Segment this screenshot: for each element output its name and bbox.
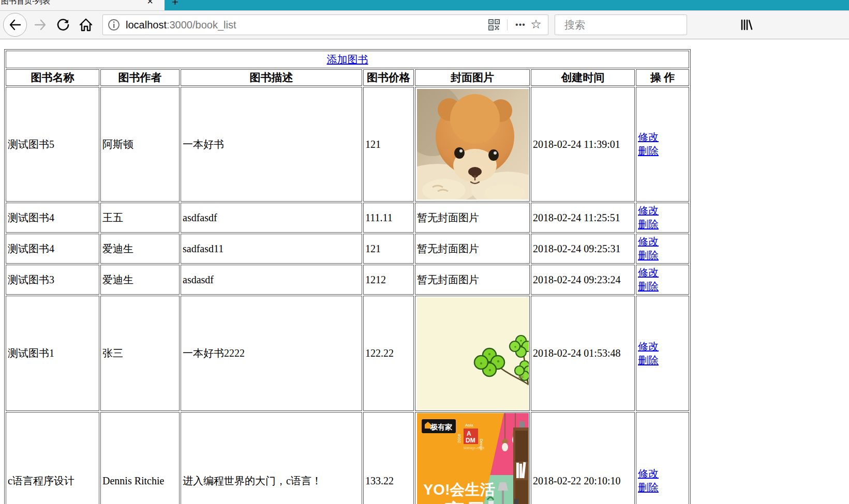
ad-brand-label: 极有家 xyxy=(430,423,453,431)
column-header: 图书描述 xyxy=(181,69,362,86)
created-time-cell: 2018-02-24 11:25:51 xyxy=(531,203,635,233)
book-desc-cell: 一本好书 xyxy=(181,87,362,202)
tab-strip: 图书首页-列表 × + xyxy=(0,0,849,10)
edit-link[interactable]: 修改 xyxy=(638,267,659,278)
edit-link[interactable]: 修改 xyxy=(638,468,659,479)
url-bar[interactable]: localhost:3000/book_list ••• xyxy=(102,14,548,35)
delete-link[interactable]: 删除 xyxy=(638,482,659,493)
table-row: c语言程序设计 Dennis Ritchie 进入编程世界的大门，c语言！ 13… xyxy=(6,412,689,504)
site-info-icon[interactable] xyxy=(107,18,121,32)
shelf-illustration xyxy=(513,421,529,504)
edit-link[interactable]: 修改 xyxy=(638,131,659,143)
no-cover-text: 暂无封面图片 xyxy=(417,243,479,254)
actions-cell: 修改删除 xyxy=(636,203,689,233)
search-box[interactable] xyxy=(555,14,687,35)
add-book-link[interactable]: 添加图书 xyxy=(327,54,368,65)
delete-link[interactable]: 删除 xyxy=(638,145,659,157)
back-arrow-icon xyxy=(8,18,22,32)
column-header: 创建时间 xyxy=(531,69,635,86)
table-row: 测试图书3 爱迪生 asdasdf 1212 暂无封面图片 2018-02-24… xyxy=(6,265,689,295)
actions-cell: 修改删除 xyxy=(636,265,689,295)
book-name-cell: 测试图书1 xyxy=(6,296,99,411)
cover-cell: 极有家 Asia 2016 A DM Design Manage-ment YO… xyxy=(415,412,530,504)
cover-cell: 暂无封面图片 xyxy=(415,265,530,295)
actions-cell: 修改删除 xyxy=(636,412,689,504)
forward-arrow-icon xyxy=(34,18,47,32)
book-price-cell: 1212 xyxy=(363,265,414,295)
browser-toolbar: localhost:3000/book_list ••• xyxy=(0,10,849,39)
cover-cell: 暂无封面图片 xyxy=(415,203,530,233)
clover-watermark: FF xyxy=(518,375,524,380)
created-time-cell: 2018-02-24 09:25:31 xyxy=(531,234,635,264)
qr-extension-button[interactable] xyxy=(486,17,502,33)
add-book-row: 添加图书 xyxy=(6,51,689,68)
book-price-cell: 133.22 xyxy=(363,412,414,504)
ad-headline-line1: YO!会生活 xyxy=(423,481,495,498)
column-header: 图书作者 xyxy=(100,69,180,86)
column-header: 封面图片 xyxy=(415,69,530,86)
created-time-cell: 2018-02-24 11:39:01 xyxy=(531,87,635,202)
book-author-cell: 阿斯顿 xyxy=(100,87,180,202)
page-actions-button[interactable]: ••• xyxy=(513,17,528,33)
edit-link[interactable]: 修改 xyxy=(638,341,659,352)
delete-link[interactable]: 删除 xyxy=(638,250,659,261)
book-author-cell: 王五 xyxy=(100,203,180,233)
delete-link[interactable]: 删除 xyxy=(638,219,659,230)
forward-button[interactable] xyxy=(31,16,50,34)
table-row: 测试图书4 王五 asdfasdf 111.11 暂无封面图片 2018-02-… xyxy=(6,203,689,233)
reload-button[interactable] xyxy=(54,16,72,34)
browser-tab[interactable]: 图书首页-列表 × xyxy=(0,0,155,10)
delete-link[interactable]: 删除 xyxy=(638,281,659,292)
book-name-cell: 测试图书4 xyxy=(6,234,99,264)
no-cover-text: 暂无封面图片 xyxy=(417,212,479,223)
book-price-cell: 122.22 xyxy=(363,296,414,411)
qr-code-icon xyxy=(488,19,500,30)
book-desc-cell: asdasdf xyxy=(181,265,362,295)
back-button[interactable] xyxy=(3,13,27,37)
cover-cell: 暂无封面图片 xyxy=(415,234,530,264)
page-content: 添加图书 图书名称图书作者图书描述图书价格封面图片创建时间操 作 测试图书5 阿… xyxy=(0,49,849,504)
book-desc-cell: sadfasd11 xyxy=(181,234,362,264)
delete-link[interactable]: 删除 xyxy=(638,355,659,366)
url-text: localhost:3000/book_list xyxy=(126,19,486,31)
ad-mgmt-label: Manage-ment xyxy=(464,446,484,450)
actions-cell: 修改删除 xyxy=(636,296,689,411)
column-header: 操 作 xyxy=(636,69,689,86)
table-header-row: 图书名称图书作者图书描述图书价格封面图片创建时间操 作 xyxy=(6,69,689,86)
edit-link[interactable]: 修改 xyxy=(638,236,659,247)
book-name-cell: c语言程序设计 xyxy=(6,412,99,504)
new-tab-button[interactable]: + xyxy=(172,0,178,6)
star-icon: ☆ xyxy=(530,17,542,32)
url-host: localhost xyxy=(126,19,167,30)
column-header: 图书价格 xyxy=(363,69,414,86)
book-desc-cell: 进入编程世界的大门，c语言！ xyxy=(181,412,362,504)
library-button[interactable] xyxy=(737,16,755,34)
home-icon xyxy=(79,18,93,32)
edit-link[interactable]: 修改 xyxy=(638,205,659,216)
bookmark-button[interactable]: ☆ xyxy=(528,17,544,33)
ad-adm-a: A xyxy=(467,430,471,437)
ad-asia-label: Asia xyxy=(465,423,473,427)
no-cover-text: 暂无封面图片 xyxy=(417,274,479,285)
home-button[interactable] xyxy=(77,16,95,34)
titlebar-accent: + xyxy=(165,0,849,10)
created-time-cell: 2018-02-24 01:53:48 xyxy=(531,296,635,411)
table-row: 测试图书5 阿斯顿 一本好书 121 20 xyxy=(6,87,689,202)
table-row: 测试图书4 爱迪生 sadfasd11 121 暂无封面图片 2018-02-2… xyxy=(6,234,689,264)
library-icon xyxy=(739,18,753,32)
urlbar-separator xyxy=(507,19,508,30)
ellipsis-icon: ••• xyxy=(515,20,526,29)
table-row: 测试图书1 张三 一本好书2222 122.22 FF 2018-02-24 0… xyxy=(6,296,689,411)
book-author-cell: 爱迪生 xyxy=(100,265,180,295)
actions-cell: 修改删除 xyxy=(636,87,689,202)
tab-close-icon[interactable]: × xyxy=(147,0,153,6)
book-author-cell: 爱迪生 xyxy=(100,234,180,264)
reload-icon xyxy=(56,18,70,32)
cover-cell xyxy=(415,87,530,202)
book-name-cell: 测试图书4 xyxy=(6,203,99,233)
clover-illustration-cover: FF xyxy=(417,297,529,410)
book-name-cell: 测试图书5 xyxy=(6,87,99,202)
search-input[interactable] xyxy=(563,19,703,32)
book-author-cell: Dennis Ritchie xyxy=(100,412,180,504)
book-price-cell: 111.11 xyxy=(363,203,414,233)
